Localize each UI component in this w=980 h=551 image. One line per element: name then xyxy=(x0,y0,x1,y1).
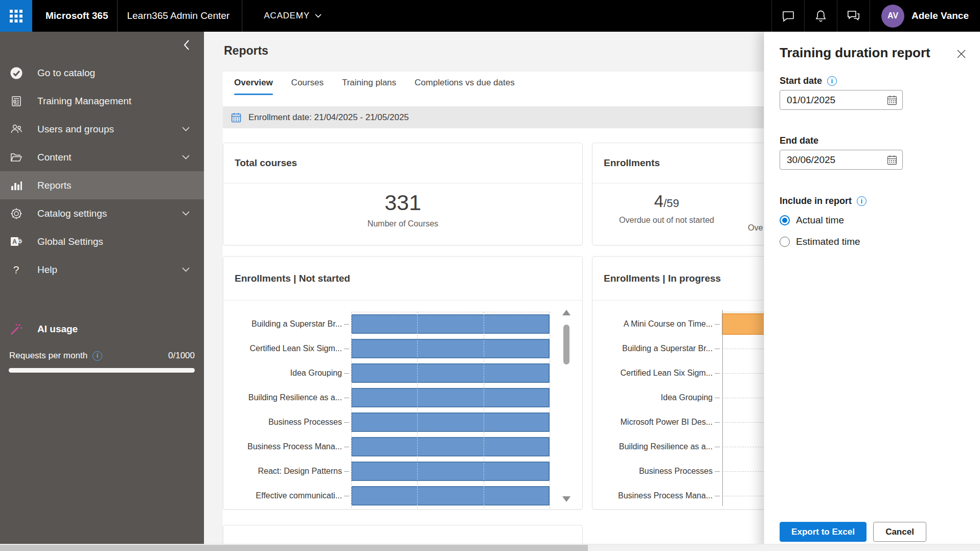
checkmark-circle-icon xyxy=(9,66,23,80)
radio-actual-time[interactable]: Actual time xyxy=(780,215,844,226)
bar[interactable] xyxy=(351,437,550,456)
scroll-down-arrow-icon[interactable] xyxy=(562,496,571,502)
product-name[interactable]: Microsoft 365 xyxy=(45,10,108,21)
radio-button-icon[interactable] xyxy=(780,215,790,225)
bar-chart-icon xyxy=(9,178,23,192)
ai-usage-label: AI usage xyxy=(37,324,78,335)
y-axis-line xyxy=(722,310,723,506)
sidebar-item-reports[interactable]: Reports xyxy=(0,171,204,199)
bar[interactable] xyxy=(351,314,550,334)
enrollments-second-label-truncated: Ove xyxy=(748,223,763,233)
enrollments-overdue-label: Overdue out of not started xyxy=(613,216,720,225)
page-title: Reports xyxy=(224,44,268,58)
category-label: Building Resilience as a... xyxy=(604,442,713,451)
sidebar-item-catalog-settings[interactable]: Catalog settings xyxy=(0,199,204,227)
not-started-bar-chart: Building a Superstar Br...Certified Lean… xyxy=(234,312,550,508)
radio-estimated-time[interactable]: Estimated time xyxy=(780,236,860,247)
account-menu[interactable]: AV Adele Vance xyxy=(870,0,980,32)
info-icon[interactable]: i xyxy=(827,76,837,86)
export-to-excel-button[interactable]: Export to Excel xyxy=(780,522,867,542)
end-date-field[interactable] xyxy=(780,150,903,170)
tenant-selector[interactable]: ACADEMY xyxy=(264,11,322,21)
tab-training-plans[interactable]: Training plans xyxy=(342,78,396,95)
close-icon[interactable] xyxy=(953,46,969,61)
overdue-count: 4 xyxy=(654,192,664,211)
gear-icon xyxy=(9,206,23,220)
category-label: A Mini Course on Time... xyxy=(604,319,713,329)
category-label: Building a Superstar Br... xyxy=(234,319,342,329)
bar[interactable] xyxy=(351,412,550,432)
chart-row: Certified Lean Six Sigm... xyxy=(234,336,550,361)
sidebar-item-ai-usage[interactable]: AI usage xyxy=(0,318,204,340)
bar[interactable] xyxy=(351,388,550,407)
axis-tick xyxy=(713,447,722,447)
axis-tick xyxy=(713,398,722,398)
calendar-icon[interactable] xyxy=(882,154,902,166)
info-icon[interactable]: i xyxy=(857,196,867,206)
tenant-name: ACADEMY xyxy=(264,11,310,21)
plot-row xyxy=(351,336,550,361)
tab-completions-vs-due-dates[interactable]: Completions vs due dates xyxy=(415,78,515,95)
chart-row: Business Processes xyxy=(234,410,550,434)
panel-title: Training duration report xyxy=(780,45,930,61)
top-bar: Microsoft 365 Learn365 Admin Center ACAD… xyxy=(0,0,980,32)
bar[interactable] xyxy=(351,462,550,481)
scroll-up-arrow-icon[interactable] xyxy=(562,310,571,315)
tab-overview[interactable]: Overview xyxy=(234,78,273,95)
sidebar-item-label: Users and groups xyxy=(37,124,182,135)
axis-tick xyxy=(342,496,351,496)
sidebar-item-users-and-groups[interactable]: Users and groups xyxy=(0,115,204,143)
chart-scrollbar[interactable] xyxy=(561,308,572,504)
bar[interactable] xyxy=(351,339,550,358)
plot-row xyxy=(351,385,550,410)
axis-tick xyxy=(713,422,722,423)
category-label: Idea Grouping xyxy=(234,369,342,378)
axis-tick xyxy=(342,398,351,398)
bar[interactable] xyxy=(351,363,550,383)
end-date-label: End date xyxy=(780,135,818,146)
start-date-field[interactable] xyxy=(780,90,903,110)
chart-row: Business Process Mana... xyxy=(234,434,550,459)
radio-button-icon[interactable] xyxy=(780,237,790,247)
requests-count: 0/1000 xyxy=(168,351,195,361)
feedback-icon[interactable] xyxy=(837,0,870,32)
sidebar-item-global-settings[interactable]: A Global Settings xyxy=(0,227,204,256)
user-name: Adele Vance xyxy=(911,10,969,21)
horizontal-scrollbar[interactable] xyxy=(0,544,980,551)
plot-row xyxy=(351,434,550,459)
avatar[interactable]: AV xyxy=(881,5,904,28)
cancel-button[interactable]: Cancel xyxy=(873,522,926,542)
start-date-label-row: Start date i xyxy=(780,76,837,86)
sidebar-collapse-button[interactable] xyxy=(179,38,194,52)
start-date-input[interactable] xyxy=(780,95,882,106)
card-title: Enrollments | Not started xyxy=(223,257,582,301)
end-date-input[interactable] xyxy=(780,154,882,166)
chat-icon[interactable] xyxy=(771,0,804,32)
scrollbar-thumb[interactable] xyxy=(0,545,588,551)
axis-tick xyxy=(342,349,351,349)
category-label: Idea Grouping xyxy=(604,393,713,402)
bell-icon[interactable] xyxy=(804,0,837,32)
scrollbar-thumb[interactable] xyxy=(563,325,569,364)
info-icon[interactable]: i xyxy=(93,351,102,361)
svg-text:A: A xyxy=(12,238,17,245)
chevron-down-icon xyxy=(182,211,190,216)
category-label: React: Design Patterns xyxy=(234,467,342,476)
sidebar-item-help[interactable]: ? Help xyxy=(0,256,204,284)
chart-row: Building a Superstar Br... xyxy=(234,312,550,336)
tab-courses[interactable]: Courses xyxy=(291,78,324,95)
bar[interactable] xyxy=(351,486,550,506)
report-tabs: Overview Courses Training plans Completi… xyxy=(234,78,515,95)
enrollment-date-text: Enrollment date: 21/04/2025 - 21/05/2025 xyxy=(248,112,409,123)
category-label: Effective communicati... xyxy=(234,491,342,500)
sidebar-item-go-to-catalog[interactable]: Go to catalog xyxy=(0,59,204,87)
sidebar-item-content[interactable]: Content xyxy=(0,143,204,171)
app-launcher-waffle-icon[interactable] xyxy=(0,0,32,32)
sidebar-item-training-management[interactable]: Training Management xyxy=(0,87,204,115)
app-name[interactable]: Learn365 Admin Center xyxy=(127,10,230,21)
calendar-icon[interactable] xyxy=(882,95,902,106)
sidebar-item-label: Training Management xyxy=(37,96,194,107)
axis-tick xyxy=(713,349,722,349)
chevron-down-icon xyxy=(182,155,190,159)
sidebar-nav: Go to catalog Training Management xyxy=(0,59,204,284)
